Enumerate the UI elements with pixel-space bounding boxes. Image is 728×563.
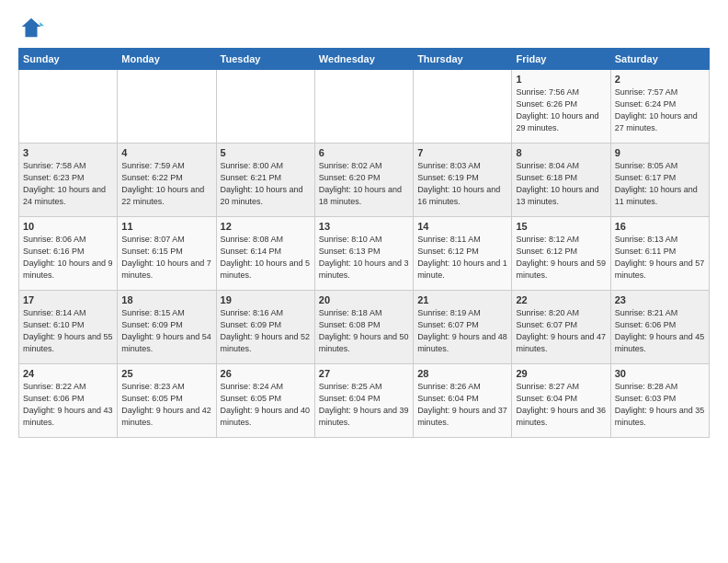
calendar-week: 17Sunrise: 8:14 AM Sunset: 6:10 PM Dayli… [19,291,710,364]
day-number: 8 [516,147,606,158]
calendar-cell [19,70,118,144]
calendar-cell [118,70,216,144]
day-detail: Sunrise: 8:12 AM Sunset: 6:12 PM Dayligh… [516,234,606,282]
weekday-header: Thursday [414,49,512,70]
day-detail: Sunrise: 8:15 AM Sunset: 6:09 PM Dayligh… [121,307,211,355]
day-detail: Sunrise: 8:19 AM Sunset: 6:07 PM Dayligh… [417,307,507,355]
calendar-cell: 29Sunrise: 8:27 AM Sunset: 6:04 PM Dayli… [512,364,610,438]
day-number: 2 [615,74,705,85]
day-detail: Sunrise: 8:02 AM Sunset: 6:20 PM Dayligh… [319,160,409,208]
day-number: 27 [319,368,409,379]
day-detail: Sunrise: 8:10 AM Sunset: 6:13 PM Dayligh… [319,234,409,282]
day-detail: Sunrise: 8:20 AM Sunset: 6:07 PM Dayligh… [516,307,606,355]
day-detail: Sunrise: 8:08 AM Sunset: 6:14 PM Dayligh… [221,234,311,282]
calendar-cell: 17Sunrise: 8:14 AM Sunset: 6:10 PM Dayli… [19,291,118,364]
calendar-week: 24Sunrise: 8:22 AM Sunset: 6:06 PM Dayli… [19,364,710,438]
page: SundayMondayTuesdayWednesdayThursdayFrid… [0,0,728,563]
calendar-cell: 23Sunrise: 8:21 AM Sunset: 6:06 PM Dayli… [610,291,709,364]
calendar-cell: 10Sunrise: 8:06 AM Sunset: 6:16 PM Dayli… [19,217,118,291]
calendar: SundayMondayTuesdayWednesdayThursdayFrid… [18,48,710,438]
day-number: 4 [121,147,211,158]
calendar-cell: 7Sunrise: 8:03 AM Sunset: 6:19 PM Daylig… [414,144,512,217]
day-number: 15 [516,221,606,232]
day-number: 20 [319,294,409,305]
weekday-header: Friday [512,49,610,70]
day-detail: Sunrise: 8:22 AM Sunset: 6:06 PM Dayligh… [23,381,113,429]
day-number: 16 [615,221,705,232]
day-detail: Sunrise: 8:14 AM Sunset: 6:10 PM Dayligh… [23,307,113,355]
day-number: 22 [516,294,606,305]
svg-marker-0 [22,18,41,38]
day-number: 18 [121,294,211,305]
day-number: 13 [319,221,409,232]
calendar-cell: 5Sunrise: 8:00 AM Sunset: 6:21 PM Daylig… [216,144,314,217]
calendar-cell: 28Sunrise: 8:26 AM Sunset: 6:04 PM Dayli… [414,364,512,438]
logo-icon [18,15,44,40]
calendar-cell: 22Sunrise: 8:20 AM Sunset: 6:07 PM Dayli… [512,291,610,364]
day-number: 14 [417,221,507,232]
day-detail: Sunrise: 8:25 AM Sunset: 6:04 PM Dayligh… [319,381,409,429]
calendar-cell: 24Sunrise: 8:22 AM Sunset: 6:06 PM Dayli… [19,364,118,438]
day-number: 24 [23,368,113,379]
day-detail: Sunrise: 8:16 AM Sunset: 6:09 PM Dayligh… [221,307,311,355]
day-detail: Sunrise: 7:56 AM Sunset: 6:26 PM Dayligh… [516,86,606,134]
day-detail: Sunrise: 8:06 AM Sunset: 6:16 PM Dayligh… [23,234,113,282]
calendar-cell: 1Sunrise: 7:56 AM Sunset: 6:26 PM Daylig… [512,70,610,144]
weekday-header: Saturday [610,49,709,70]
calendar-cell: 19Sunrise: 8:16 AM Sunset: 6:09 PM Dayli… [216,291,314,364]
day-number: 17 [23,294,113,305]
day-number: 7 [417,147,507,158]
calendar-cell: 15Sunrise: 8:12 AM Sunset: 6:12 PM Dayli… [512,217,610,291]
day-number: 30 [615,368,705,379]
calendar-cell: 6Sunrise: 8:02 AM Sunset: 6:20 PM Daylig… [314,144,413,217]
calendar-cell: 14Sunrise: 8:11 AM Sunset: 6:12 PM Dayli… [414,217,512,291]
day-detail: Sunrise: 8:18 AM Sunset: 6:08 PM Dayligh… [319,307,409,355]
day-number: 9 [615,147,705,158]
day-detail: Sunrise: 8:26 AM Sunset: 6:04 PM Dayligh… [417,381,507,429]
calendar-cell: 11Sunrise: 8:07 AM Sunset: 6:15 PM Dayli… [118,217,216,291]
day-detail: Sunrise: 8:27 AM Sunset: 6:04 PM Dayligh… [516,381,606,429]
calendar-cell: 27Sunrise: 8:25 AM Sunset: 6:04 PM Dayli… [314,364,413,438]
calendar-cell: 4Sunrise: 7:59 AM Sunset: 6:22 PM Daylig… [118,144,216,217]
day-detail: Sunrise: 8:00 AM Sunset: 6:21 PM Dayligh… [221,160,311,208]
day-number: 5 [221,147,311,158]
day-number: 10 [23,221,113,232]
calendar-cell: 12Sunrise: 8:08 AM Sunset: 6:14 PM Dayli… [216,217,314,291]
weekday-header: Tuesday [216,49,314,70]
day-number: 19 [221,294,311,305]
calendar-cell: 30Sunrise: 8:28 AM Sunset: 6:03 PM Dayli… [610,364,709,438]
calendar-cell: 8Sunrise: 8:04 AM Sunset: 6:18 PM Daylig… [512,144,610,217]
day-detail: Sunrise: 8:04 AM Sunset: 6:18 PM Dayligh… [516,160,606,208]
calendar-cell: 18Sunrise: 8:15 AM Sunset: 6:09 PM Dayli… [118,291,216,364]
weekday-header: Sunday [19,49,118,70]
day-number: 26 [221,368,311,379]
calendar-cell: 25Sunrise: 8:23 AM Sunset: 6:05 PM Dayli… [118,364,216,438]
weekday-header: Monday [118,49,216,70]
calendar-cell [414,70,512,144]
day-number: 12 [221,221,311,232]
day-detail: Sunrise: 8:07 AM Sunset: 6:15 PM Dayligh… [121,234,211,282]
day-number: 25 [121,368,211,379]
day-number: 11 [121,221,211,232]
day-detail: Sunrise: 8:21 AM Sunset: 6:06 PM Dayligh… [615,307,705,355]
day-number: 21 [417,294,507,305]
day-detail: Sunrise: 7:57 AM Sunset: 6:24 PM Dayligh… [615,86,705,134]
calendar-cell: 9Sunrise: 8:05 AM Sunset: 6:17 PM Daylig… [610,144,709,217]
calendar-cell: 21Sunrise: 8:19 AM Sunset: 6:07 PM Dayli… [414,291,512,364]
calendar-cell: 16Sunrise: 8:13 AM Sunset: 6:11 PM Dayli… [610,217,709,291]
calendar-cell: 2Sunrise: 7:57 AM Sunset: 6:24 PM Daylig… [610,70,709,144]
day-number: 23 [615,294,705,305]
day-number: 28 [417,368,507,379]
calendar-body: 1Sunrise: 7:56 AM Sunset: 6:26 PM Daylig… [19,70,710,438]
day-number: 6 [319,147,409,158]
calendar-cell [216,70,314,144]
calendar-week: 3Sunrise: 7:58 AM Sunset: 6:23 PM Daylig… [19,144,710,217]
calendar-header: SundayMondayTuesdayWednesdayThursdayFrid… [19,49,710,70]
day-detail: Sunrise: 7:58 AM Sunset: 6:23 PM Dayligh… [23,160,113,208]
day-detail: Sunrise: 8:11 AM Sunset: 6:12 PM Dayligh… [417,234,507,282]
calendar-cell: 26Sunrise: 8:24 AM Sunset: 6:05 PM Dayli… [216,364,314,438]
weekday-header: Wednesday [314,49,413,70]
calendar-cell: 20Sunrise: 8:18 AM Sunset: 6:08 PM Dayli… [314,291,413,364]
calendar-week: 10Sunrise: 8:06 AM Sunset: 6:16 PM Dayli… [19,217,710,291]
day-detail: Sunrise: 8:24 AM Sunset: 6:05 PM Dayligh… [221,381,311,429]
